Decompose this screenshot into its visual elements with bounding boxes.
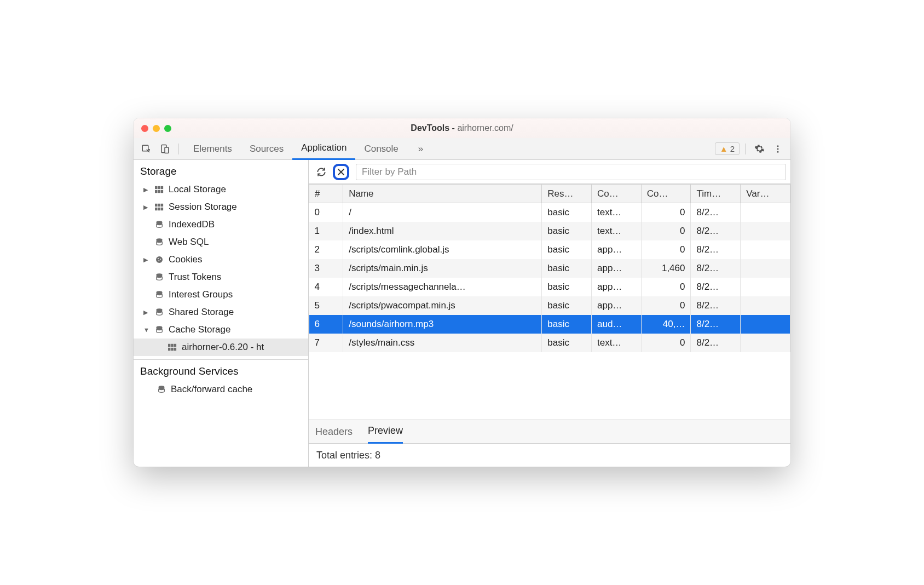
table-cell [741,334,790,352]
clear-button[interactable] [333,164,349,180]
cache-toolbar [309,160,790,184]
device-toggle-icon[interactable] [157,141,173,157]
sidebar-item-label: Local Storage [169,184,226,195]
table-row[interactable]: 4/scripts/messagechannela…basicapp…08/2… [309,278,790,296]
svg-rect-31 [168,348,170,351]
column-header[interactable]: Co… [591,185,641,203]
tab-sources[interactable]: Sources [241,138,292,160]
table-row[interactable]: 6/sounds/airhorn.mp3basicaud…40,…8/2… [309,315,790,334]
main-panel: #NameRes…Co…Co…Tim…Var… 0/basictext…08/2… [309,160,790,467]
table-cell: 8/2… [691,278,741,296]
column-header[interactable]: Tim… [691,185,741,203]
svg-rect-15 [155,208,157,210]
sidebar-item-web-sql[interactable]: Web SQL [134,233,308,251]
table-row[interactable]: 0/basictext…08/2… [309,203,790,222]
table-cell [741,240,790,259]
sidebar-item-label: Back/forward cache [171,384,252,395]
sidebar-item-local-storage[interactable]: ▶Local Storage [134,181,308,198]
grid-icon [154,203,164,211]
table-cell [741,259,790,278]
table-cell: 8/2… [691,259,741,278]
table-row[interactable]: 3/scripts/main.min.jsbasicapp…1,4608/2… [309,259,790,278]
table-cell: /index.html [343,222,542,240]
column-header[interactable]: Co… [641,185,691,203]
svg-rect-29 [171,344,173,347]
sidebar-item-label: Interest Groups [169,289,233,300]
sidebar-item-back-forward-cache[interactable]: Back/forward cache [134,381,308,398]
table-cell: basic [542,315,592,334]
detail-tab-preview[interactable]: Preview [368,420,403,444]
tab-console[interactable]: Console [355,138,407,160]
table-cell: 8/2… [691,315,741,334]
table-cell: 7 [309,334,343,352]
svg-rect-33 [174,348,176,351]
table-cell: text… [591,222,641,240]
column-header[interactable]: Var… [741,185,790,203]
table-row[interactable]: 5/scripts/pwacompat.min.jsbasicapp…08/2… [309,296,790,315]
inspect-element-icon[interactable] [138,141,154,157]
table-cell: 3 [309,259,343,278]
sidebar-item-label: airhorner-0.6.20 - ht [182,342,264,353]
warnings-badge[interactable]: ▲ 2 [715,142,740,155]
table-cell [741,222,790,240]
db-icon [154,220,164,229]
svg-point-4 [777,148,779,150]
sidebar-item-trust-tokens[interactable]: Trust Tokens [134,268,308,286]
detail-tab-headers[interactable]: Headers [315,420,353,444]
devtools-window: DevTools - airhorner.com/ ElementsSource… [134,118,790,467]
svg-rect-10 [158,190,160,193]
table-cell: 0 [309,203,343,222]
sidebar-item-label: Session Storage [169,202,237,213]
svg-rect-16 [158,208,160,210]
warning-icon: ▲ [720,144,728,153]
sidebar-item-interest-groups[interactable]: Interest Groups [134,286,308,303]
table-cell: app… [591,240,641,259]
table-cell: 0 [641,296,691,315]
sidebar-item-label: Web SQL [169,237,209,248]
grid-icon [154,186,164,193]
settings-gear-icon[interactable] [751,141,767,157]
sidebar-item-cache-entry[interactable]: airhorner-0.6.20 - ht [134,339,308,356]
refresh-button[interactable] [313,164,330,180]
sidebar-item-indexeddb[interactable]: IndexedDB [134,216,308,233]
table-cell: 2 [309,240,343,259]
table-cell: /scripts/comlink.global.js [343,240,542,259]
cache-table: #NameRes…Co…Co…Tim…Var… 0/basictext…08/2… [309,184,790,420]
sidebar-item-cookies[interactable]: ▶Cookies [134,251,308,268]
svg-rect-12 [155,204,157,207]
db-icon [157,385,166,394]
table-cell: 0 [641,222,691,240]
sidebar-item-session-storage[interactable]: ▶Session Storage [134,198,308,216]
disclosure-triangle-icon: ▶ [143,309,150,316]
kebab-menu-icon[interactable] [770,141,786,157]
tab-application[interactable]: Application [292,138,355,160]
disclosure-triangle-icon: ▶ [143,204,150,211]
column-header[interactable]: Res… [542,185,592,203]
more-tabs-button[interactable]: » [409,138,432,160]
sidebar-item-shared-storage[interactable]: ▶Shared Storage [134,303,308,321]
table-cell [741,203,790,222]
column-header[interactable]: Name [343,185,542,203]
table-cell: /scripts/main.min.js [343,259,542,278]
sidebar-item-label: Cache Storage [169,324,230,335]
sidebar-item-cache-storage[interactable]: ▼Cache Storage [134,321,308,339]
svg-rect-30 [174,344,176,347]
table-cell [741,278,790,296]
svg-point-21 [158,258,159,259]
table-cell: basic [542,334,592,352]
table-cell: /scripts/messagechannela… [343,278,542,296]
table-cell: app… [591,259,641,278]
svg-point-3 [777,145,779,147]
sidebar-item-label: Cookies [169,254,202,265]
tab-elements[interactable]: Elements [184,138,241,160]
table-cell: 1,460 [641,259,691,278]
table-cell: app… [591,278,641,296]
table-row[interactable]: 1/index.htmlbasictext…08/2… [309,222,790,240]
table-row[interactable]: 2/scripts/comlink.global.jsbasicapp…08/2… [309,240,790,259]
column-header[interactable]: # [309,185,343,203]
table-cell: 5 [309,296,343,315]
filter-input[interactable] [356,164,786,180]
separator [745,144,746,154]
svg-rect-6 [155,186,157,189]
table-row[interactable]: 7/styles/main.cssbasictext…08/2… [309,334,790,352]
